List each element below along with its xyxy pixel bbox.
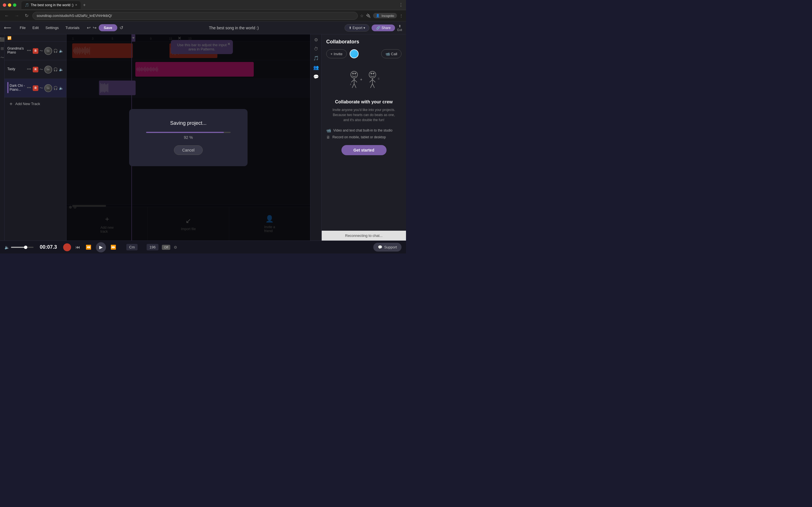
volume-slider[interactable] xyxy=(11,247,34,248)
bookmark-icon[interactable]: ☆ xyxy=(360,13,364,18)
back-nav-button[interactable]: ← xyxy=(3,12,11,19)
tool-person-icon[interactable]: 👥 xyxy=(313,65,319,70)
track-headphone-icon-3[interactable]: 🎧 xyxy=(53,86,58,90)
minimize-button[interactable] xyxy=(8,3,11,7)
user-pill[interactable]: 👤 Incognito xyxy=(373,13,397,18)
time-display: 00:07.3 xyxy=(40,244,57,250)
undo-redo-controls: ↩ ↪ Save ↺ xyxy=(87,24,123,31)
svg-line-14 xyxy=(372,79,375,82)
app-back-button[interactable]: ⟵ xyxy=(4,25,11,31)
save-button[interactable]: Save xyxy=(99,24,117,31)
track-more-1[interactable]: ••• xyxy=(27,48,31,53)
track-controls-panel: 🔁 Grandma's Piano ••• R 〜 Vol 🎧 🔈 xyxy=(4,34,66,240)
track-mute-icon-3[interactable]: 🔈 xyxy=(59,86,63,90)
call-button[interactable]: 📹 Call xyxy=(381,49,402,58)
collaborator-actions: + Invite 📹 Call xyxy=(326,49,402,58)
svg-text:♪: ♪ xyxy=(350,82,351,86)
cancel-save-button[interactable]: Cancel xyxy=(174,145,203,155)
svg-text:+: + xyxy=(360,77,362,82)
transport-settings-icon[interactable]: ⚙ xyxy=(174,245,177,249)
add-track-plus-icon: ＋ xyxy=(8,100,13,107)
close-button[interactable] xyxy=(3,3,6,7)
new-tab-button[interactable]: + xyxy=(82,1,87,9)
undo-button[interactable]: ↩ xyxy=(87,25,91,31)
track-headphone-icon-1[interactable]: 🎧 xyxy=(53,49,58,53)
track-record-btn-2[interactable]: R xyxy=(33,67,38,72)
track-wave-icon-2[interactable]: 〜 xyxy=(40,67,43,72)
file-menu[interactable]: File xyxy=(17,24,29,32)
share-button[interactable]: 🔗 Share xyxy=(371,24,395,31)
sidebar-icon-1[interactable]: ⬛ xyxy=(0,37,4,42)
support-label: Support xyxy=(384,245,397,249)
desktop-icon: 🖥 xyxy=(326,135,330,139)
settings-menu[interactable]: Settings xyxy=(43,24,61,32)
track-name-3: Dark Chi - Piano... xyxy=(10,83,27,92)
track-mute-icon-2[interactable]: 🔈 xyxy=(59,67,63,71)
svg-line-6 xyxy=(352,83,354,88)
support-button[interactable]: 💬 Support xyxy=(373,243,402,251)
invite-button[interactable]: + Invite xyxy=(326,49,347,58)
forward-nav-button[interactable]: → xyxy=(13,12,21,19)
sidebar-icon-2[interactable]: ⊞ xyxy=(1,46,4,51)
tracks-container: 🔁 Grandma's Piano ••• R 〜 Vol 🎧 🔈 xyxy=(4,34,321,240)
tool-clock-icon[interactable]: ⏱ xyxy=(314,47,318,52)
main-layout: ⬛ ⊞ 〜 🔁 Grandma's Piano ••• R 〜 Vol 🎧 xyxy=(0,34,406,240)
track-more-3[interactable]: ••• xyxy=(27,86,31,90)
browser-overflow-icon[interactable]: ⋮ xyxy=(399,13,403,18)
track-active-indicator-3 xyxy=(7,82,8,93)
key-display: Cm xyxy=(126,244,138,250)
loop-icon[interactable]: 🔁 xyxy=(7,36,11,40)
bpm-display: 196 xyxy=(147,244,158,250)
play-button[interactable]: ▶ xyxy=(96,242,106,252)
add-new-track-button[interactable]: ＋ Add New Track xyxy=(4,98,66,110)
maximize-button[interactable] xyxy=(13,3,16,7)
reconnect-bar: Reconnecting to chat... xyxy=(322,231,406,240)
header-right-controls: ⬆ Export ▾ 🔗 Share ⬆ Exit xyxy=(345,24,402,32)
svg-line-13 xyxy=(370,79,372,82)
tab-close-button[interactable]: ✕ xyxy=(75,3,77,6)
active-tab[interactable]: 🎵 The best song in the world :) ✕ xyxy=(21,1,81,9)
track-headphone-icon-2[interactable]: 🎧 xyxy=(53,67,58,71)
share-icon: 🔗 xyxy=(376,26,380,30)
svg-point-9 xyxy=(369,71,376,78)
volume-icon[interactable]: 🔈 xyxy=(4,245,9,249)
exit-button[interactable]: ⬆ Exit xyxy=(397,24,402,32)
track-wave-icon-3[interactable]: 〜 xyxy=(40,86,43,91)
track-mute-icon-1[interactable]: 🔈 xyxy=(59,49,63,53)
tool-music-icon[interactable]: 🎵 xyxy=(313,55,319,61)
record-button[interactable] xyxy=(63,243,71,251)
fast-forward-button[interactable]: ⏩ xyxy=(109,243,117,251)
tutorials-menu[interactable]: Tutorials xyxy=(63,24,82,32)
extension-icon[interactable]: 🔌 xyxy=(366,13,371,18)
progress-bar-fill xyxy=(146,132,224,133)
get-started-button[interactable]: Get started xyxy=(342,145,387,155)
reload-button[interactable]: ↻ xyxy=(23,12,30,19)
track-name-2: Tasty xyxy=(7,67,27,71)
project-title: The best song in the world :) xyxy=(123,25,345,30)
browser-menu-button[interactable]: ⋮ xyxy=(399,2,403,8)
traffic-lights xyxy=(3,3,16,7)
export-button[interactable]: ⬆ Export ▾ xyxy=(345,24,370,32)
tool-settings-icon[interactable]: ⚙ xyxy=(314,37,318,43)
feature-list: 📹 Video and text chat built-in to the st… xyxy=(326,128,402,139)
track-volume-knob-3[interactable]: Vol xyxy=(44,84,52,92)
redo-button[interactable]: ↪ xyxy=(93,25,96,31)
address-bar[interactable]: soundtrap.com/studio/hS-u82laRz_knEVhhHk… xyxy=(33,12,358,20)
saving-modal-overlay: Saving project... 92 % Cancel xyxy=(66,34,310,240)
support-area: 💬 Support xyxy=(373,243,402,251)
edit-menu[interactable]: Edit xyxy=(30,24,42,32)
track-record-btn-1[interactable]: R xyxy=(33,48,38,54)
track-volume-knob-1[interactable]: Vol xyxy=(44,47,52,55)
rewind-button[interactable]: ⏪ xyxy=(85,243,93,251)
off-badge[interactable]: Off xyxy=(162,245,170,250)
track-volume-knob-2[interactable]: Vol xyxy=(44,66,52,73)
refresh-button[interactable]: ↺ xyxy=(119,25,123,31)
tool-chat-icon[interactable]: 💬 xyxy=(313,74,319,79)
skip-back-button[interactable]: ⏮ xyxy=(74,244,81,251)
track-record-btn-3[interactable]: R xyxy=(33,86,38,91)
app-header: ⟵ File Edit Settings Tutorials ↩ ↪ Save … xyxy=(0,21,406,34)
svg-point-11 xyxy=(373,73,374,74)
track-wave-icon-1[interactable]: 〜 xyxy=(40,48,43,54)
track-more-2[interactable]: ••• xyxy=(27,67,31,71)
sidebar-icon-3[interactable]: 〜 xyxy=(0,55,4,60)
